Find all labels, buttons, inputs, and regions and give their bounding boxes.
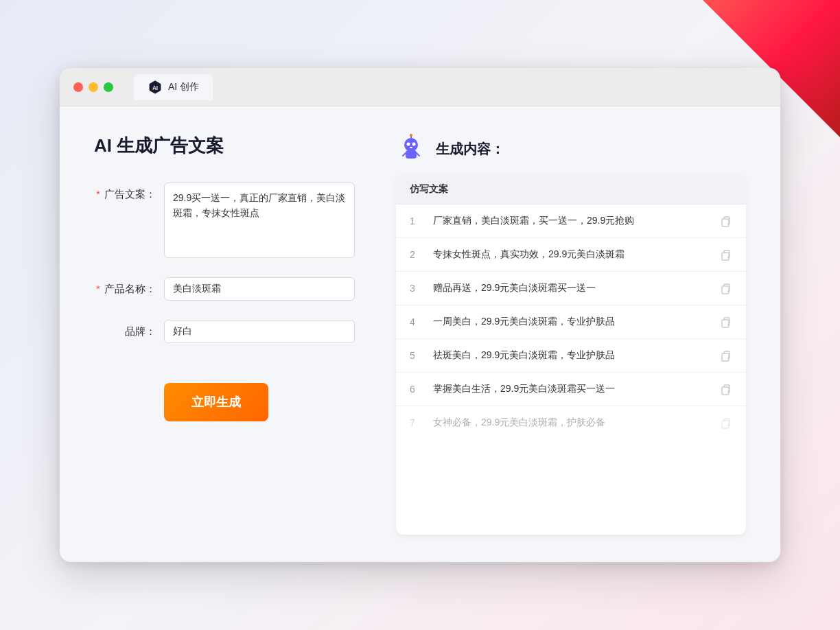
row-number: 7 — [410, 417, 423, 428]
copy-icon[interactable] — [719, 315, 732, 329]
table-header: 仿写文案 — [396, 175, 746, 205]
copy-icon[interactable] — [719, 214, 732, 228]
product-name-label: * 产品名称： — [94, 277, 156, 296]
ai-creation-tab[interactable]: AI AI 创作 — [134, 74, 213, 100]
copy-icon[interactable] — [719, 281, 732, 295]
svg-point-7 — [410, 134, 412, 137]
result-table: 仿写文案 1 厂家直销，美白淡斑霜，买一送一，29.9元抢购 2 专抹女性斑点，… — [396, 175, 746, 535]
row-text: 女神必备，29.9元美白淡斑霜，护肤必备 — [433, 417, 709, 429]
row-number: 2 — [410, 249, 423, 260]
product-name-input[interactable] — [164, 277, 355, 301]
row-text: 专抹女性斑点，真实功效，29.9元美白淡斑霜 — [433, 248, 709, 261]
row-number: 6 — [410, 384, 423, 395]
main-content: AI 生成广告文案 * 广告文案： * 产品名称： 品牌： — [60, 106, 780, 562]
minimize-button[interactable] — [89, 82, 98, 92]
product-name-group: * 产品名称： — [94, 277, 355, 301]
browser-window: AI AI 创作 AI 生成广告文案 * 广告文案： * 产品名称： — [60, 68, 780, 562]
result-row: 3 赠品再送，29.9元美白淡斑霜买一送一 — [396, 272, 746, 305]
right-panel: 生成内容： 仿写文案 1 厂家直销，美白淡斑霜，买一送一，29.9元抢购 2 专… — [396, 134, 746, 535]
ai-tab-icon: AI — [148, 80, 163, 95]
brand-input[interactable] — [164, 320, 355, 343]
svg-line-8 — [403, 153, 406, 156]
result-row: 6 掌握美白生活，29.9元美白淡斑霜买一送一 — [396, 373, 746, 406]
row-text: 一周美白，29.9元美白淡斑霜，专业护肤品 — [433, 316, 709, 328]
row-text: 掌握美白生活，29.9元美白淡斑霜买一送一 — [433, 383, 709, 395]
ad-copy-label: * 广告文案： — [94, 183, 156, 201]
row-number: 1 — [410, 215, 423, 226]
brand-label: 品牌： — [94, 320, 156, 338]
svg-point-1 — [404, 138, 418, 152]
row-text: 厂家直销，美白淡斑霜，买一送一，29.9元抢购 — [433, 215, 709, 227]
svg-rect-16 — [722, 421, 729, 428]
result-row: 7 女神必备，29.9元美白淡斑霜，护肤必备 — [396, 406, 746, 439]
left-panel: AI 生成广告文案 * 广告文案： * 产品名称： 品牌： — [94, 134, 355, 535]
result-row: 2 专抹女性斑点，真实功效，29.9元美白淡斑霜 — [396, 238, 746, 272]
row-number: 4 — [410, 316, 423, 327]
svg-rect-12 — [722, 286, 729, 294]
row-text: 祛斑美白，29.9元美白淡斑霜，专业护肤品 — [433, 349, 709, 362]
page-title: AI 生成广告文案 — [94, 134, 355, 158]
tab-label: AI 创作 — [168, 81, 199, 93]
generate-button[interactable]: 立即生成 — [164, 383, 268, 421]
svg-rect-2 — [406, 150, 417, 159]
title-bar: AI AI 创作 — [60, 68, 780, 106]
ad-copy-group: * 广告文案： — [94, 183, 355, 258]
close-button[interactable] — [73, 82, 83, 92]
copy-icon[interactable] — [719, 349, 732, 362]
result-row: 4 一周美白，29.9元美白淡斑霜，专业护肤品 — [396, 305, 746, 339]
svg-text:AI: AI — [152, 84, 158, 91]
row-number: 5 — [410, 350, 423, 361]
ad-copy-input[interactable] — [164, 183, 355, 258]
svg-rect-5 — [410, 147, 412, 148]
svg-line-9 — [417, 153, 419, 156]
row-number: 3 — [410, 283, 423, 294]
result-header: 生成内容： — [396, 134, 746, 164]
robot-icon — [396, 134, 426, 164]
required-mark-ad: * — [96, 188, 100, 200]
svg-point-4 — [412, 143, 416, 146]
result-rows-container: 1 厂家直销，美白淡斑霜，买一送一，29.9元抢购 2 专抹女性斑点，真实功效，… — [396, 205, 746, 439]
copy-icon[interactable] — [719, 248, 732, 261]
svg-rect-15 — [722, 387, 729, 395]
svg-rect-10 — [722, 219, 729, 226]
result-title: 生成内容： — [436, 140, 504, 159]
svg-rect-11 — [722, 253, 729, 260]
result-row: 1 厂家直销，美白淡斑霜，买一送一，29.9元抢购 — [396, 205, 746, 238]
svg-rect-14 — [722, 353, 729, 361]
required-mark-product: * — [96, 283, 100, 294]
svg-rect-13 — [722, 320, 729, 327]
traffic-lights — [73, 82, 113, 92]
copy-icon[interactable] — [719, 382, 732, 396]
copy-icon[interactable] — [719, 416, 732, 430]
result-row: 5 祛斑美白，29.9元美白淡斑霜，专业护肤品 — [396, 339, 746, 373]
row-text: 赠品再送，29.9元美白淡斑霜买一送一 — [433, 282, 709, 294]
maximize-button[interactable] — [104, 82, 113, 92]
brand-group: 品牌： — [94, 320, 355, 343]
svg-point-3 — [407, 143, 410, 146]
